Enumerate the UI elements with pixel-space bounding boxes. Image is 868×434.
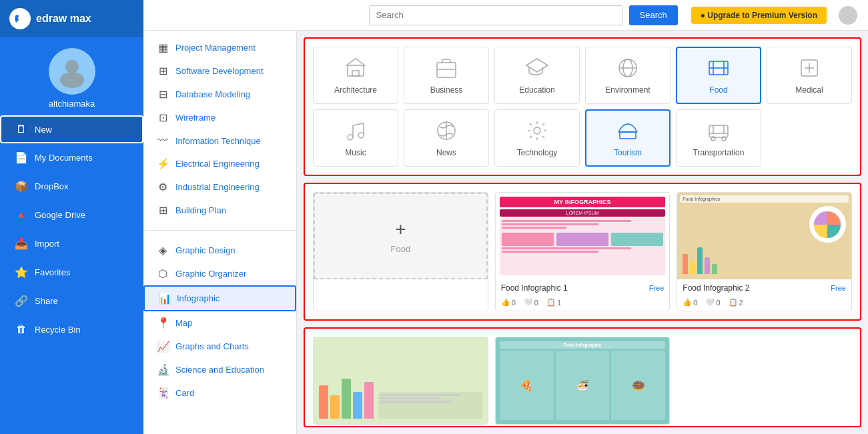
sidebar-item-dropbox-label: DropBox xyxy=(35,181,69,191)
teal-title: Food Infographic xyxy=(500,341,666,349)
template-food-1[interactable]: MY INFOGRAPHICS LOREM IPSUM xyxy=(495,192,671,311)
teal-icon-2: 🍜 xyxy=(556,351,610,420)
teal-icon: 🍕 xyxy=(500,351,554,420)
templates-section-2: Food Infographic 🍕 🍜 🍩 xyxy=(304,327,861,427)
template-blank-food[interactable]: + Food xyxy=(313,192,488,311)
submenu-item-building-plan[interactable]: ⊞ Building Plan xyxy=(143,199,296,222)
submenu-item-industrial-engineering[interactable]: ⚙ Industrial Engineering xyxy=(143,175,296,199)
submenu-item-database-modeling[interactable]: ⊟ Database Modeling xyxy=(143,83,296,106)
category-medical[interactable]: Medical xyxy=(767,47,852,104)
category-technology-label: Technology xyxy=(517,148,558,157)
sidebar-item-my-documents-label: My Documents xyxy=(35,153,93,163)
sidebar-item-import-label: Import xyxy=(35,239,59,249)
submenu-item-project-management[interactable]: ▦ Project Management xyxy=(143,36,296,59)
svg-point-17 xyxy=(348,135,353,140)
sidebar-item-import[interactable]: 📥 Import xyxy=(0,229,143,258)
svg-point-21 xyxy=(534,127,540,134)
category-technology[interactable]: Technology xyxy=(494,109,580,167)
template-city[interactable] xyxy=(313,337,488,425)
svg-point-18 xyxy=(358,133,364,138)
upgrade-button[interactable]: ● Upgrade to Premium Version xyxy=(691,7,827,24)
city-mock xyxy=(314,337,488,424)
search-button[interactable]: Search xyxy=(629,5,678,25)
submenu-divider xyxy=(143,230,296,231)
svg-rect-4 xyxy=(437,63,456,77)
avatar xyxy=(49,48,95,95)
food-pie-chart xyxy=(809,206,846,243)
map-icon: 📍 xyxy=(157,317,169,329)
submenu-item-graphic-design[interactable]: ◈ Graphic Design xyxy=(143,239,296,262)
category-news[interactable]: News xyxy=(404,109,489,167)
sidebar-item-new[interactable]: 🗒 New xyxy=(0,115,143,143)
svg-rect-24 xyxy=(709,125,728,137)
category-transportation[interactable]: Transportation xyxy=(676,109,761,167)
submenu-item-infographic[interactable]: 📊 Infographic xyxy=(143,285,296,311)
sidebar-item-favorites[interactable]: ⭐ Favorites xyxy=(0,258,143,287)
software-dev-icon: ⊞ xyxy=(157,65,169,77)
templates-grid-2: Food Infographic 🍕 🍜 🍩 xyxy=(313,337,852,425)
template-city-preview xyxy=(314,337,488,424)
sidebar-item-recycle-bin-label: Recycle Bin xyxy=(35,325,81,335)
submenu-item-information-technique[interactable]: 〰 Information Technique xyxy=(143,129,296,152)
category-transportation-label: Transportation xyxy=(693,148,745,157)
submenu-item-wireframe[interactable]: ⊡ Wireframe xyxy=(143,106,296,129)
category-section: Architecture Business xyxy=(304,37,861,176)
template-blank-label: Food xyxy=(391,244,411,254)
category-architecture[interactable]: Architecture xyxy=(313,47,398,104)
card-icon: 🃏 xyxy=(157,387,169,399)
template-food-1-info: Food Infographic 1 Free xyxy=(496,279,670,297)
submenu-item-graphs-and-charts[interactable]: 📈 Graphs and Charts xyxy=(143,335,296,358)
svg-rect-22 xyxy=(620,132,636,139)
category-medical-label: Medical xyxy=(795,85,823,95)
city-b3 xyxy=(342,379,351,419)
stat-copies-2: 📋 2 xyxy=(729,298,743,307)
stat-copies: 📋 1 xyxy=(546,298,561,307)
infographic-icon: 📊 xyxy=(158,292,170,305)
svg-point-1 xyxy=(60,72,84,88)
mock-title: MY INFOGRAPHICS xyxy=(500,197,666,207)
template-food-1-stats: 👍 0 🤍 0 📋 1 xyxy=(496,297,670,311)
mock-line xyxy=(502,227,566,229)
category-tourism[interactable]: Tourism xyxy=(585,109,671,167)
submenu-item-science-and-education[interactable]: 🔬 Science and Education xyxy=(143,358,296,381)
submenu-item-map[interactable]: 📍 Map xyxy=(143,311,296,335)
template-food-2-preview: Food Infographics xyxy=(677,193,851,279)
mock-line-3 xyxy=(502,251,599,253)
category-environment[interactable]: Environment xyxy=(585,47,671,104)
template-food-2[interactable]: Food Infographics xyxy=(677,192,852,311)
templates-section: + Food MY INFOGRAPHICS LOREM IPSUM xyxy=(304,183,861,321)
charts-icon: 📈 xyxy=(157,340,169,353)
sidebar: edraw max altchiamaka 🗒 New 📄 My Documen… xyxy=(0,0,143,434)
template-teal-preview: Food Infographic 🍕 🍜 🍩 xyxy=(496,337,670,424)
science-icon: 🔬 xyxy=(157,363,169,376)
submenu-section-top: ▦ Project Management ⊞ Software Developm… xyxy=(143,31,296,227)
mock-line xyxy=(502,223,599,225)
category-business[interactable]: Business xyxy=(404,47,489,104)
sidebar-item-my-documents[interactable]: 📄 My Documents xyxy=(0,143,143,172)
submenu-item-software-development[interactable]: ⊞ Software Development xyxy=(143,59,296,83)
category-music[interactable]: Music xyxy=(313,109,398,167)
logo-icon xyxy=(9,8,31,29)
submenu-section-bottom: ◈ Graphic Design ⬡ Graphic Organizer 📊 I… xyxy=(143,233,296,410)
sidebar-item-dropbox[interactable]: 📦 DropBox xyxy=(0,172,143,201)
template-food-2-info: Food Infographic 2 Free xyxy=(677,279,851,297)
sidebar-item-recycle-bin[interactable]: 🗑 Recycle Bin xyxy=(0,315,143,343)
recycle-bin-icon: 🗑 xyxy=(15,323,28,335)
category-education-label: Education xyxy=(519,85,554,95)
teal-body: 🍕 🍜 🍩 xyxy=(500,351,666,420)
sidebar-item-google-drive[interactable]: 🔺 Google Drive xyxy=(0,201,143,229)
template-teal[interactable]: Food Infographic 🍕 🍜 🍩 xyxy=(495,337,671,425)
submenu-item-electrical-engineering[interactable]: ⚡ Electrical Engineering xyxy=(143,152,296,175)
city-b2 xyxy=(330,395,340,419)
template-food-1-badge: Free xyxy=(649,284,665,292)
infographic-mock-1: MY INFOGRAPHICS LOREM IPSUM xyxy=(496,193,670,279)
category-education[interactable]: Education xyxy=(494,47,580,104)
submenu-item-graphic-organizer[interactable]: ⬡ Graphic Organizer xyxy=(143,262,296,285)
category-food[interactable]: Food xyxy=(676,47,761,104)
submenu-item-card[interactable]: 🃏 Card xyxy=(143,381,296,405)
templates-grid: + Food MY INFOGRAPHICS LOREM IPSUM xyxy=(313,192,852,311)
sidebar-item-share[interactable]: 🔗 Share xyxy=(0,287,143,315)
search-input[interactable] xyxy=(369,5,622,25)
food-bar-chart xyxy=(683,247,717,274)
graphic-organizer-icon: ⬡ xyxy=(157,267,169,280)
